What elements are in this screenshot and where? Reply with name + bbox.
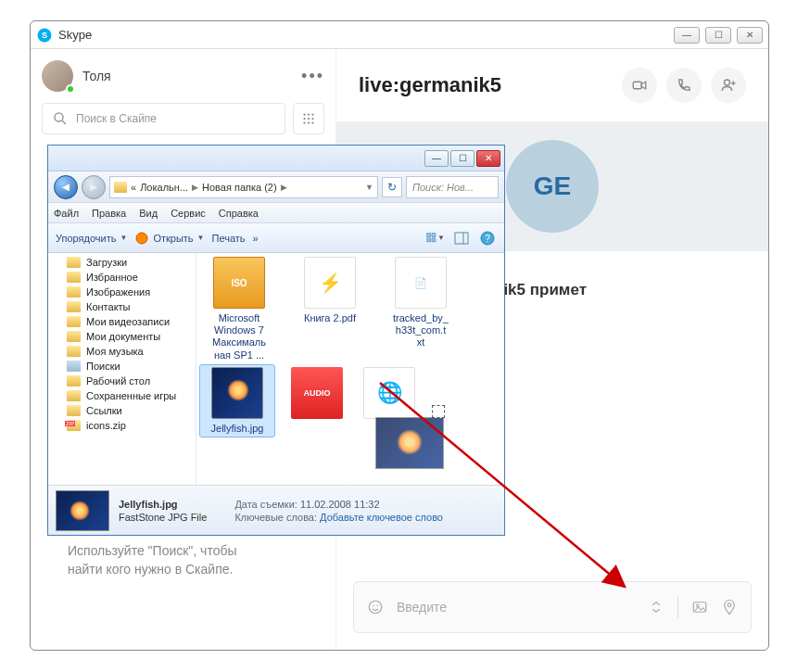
- nav-back-button[interactable]: ◄: [54, 175, 78, 199]
- file-grid[interactable]: ISO MicrosoftWindows 7Максимальная SP1 .…: [196, 253, 504, 485]
- profile-name[interactable]: Толя: [82, 69, 111, 83]
- svg-point-14: [725, 80, 730, 85]
- svg-point-21: [696, 604, 699, 607]
- toolbar-more[interactable]: »: [253, 233, 259, 244]
- status-dot-icon: [66, 84, 75, 94]
- print-button[interactable]: Печать: [212, 233, 246, 244]
- open-button[interactable]: Открыть ▼: [134, 231, 204, 246]
- video-icon: [631, 77, 648, 94]
- audio-icon: AUDIO: [291, 367, 343, 419]
- image-attach-icon[interactable]: [691, 599, 708, 615]
- add-person-icon: [720, 77, 737, 94]
- svg-point-19: [377, 605, 379, 607]
- breadcrumb-part1[interactable]: Локальн...: [140, 182, 188, 193]
- folder-icon: [67, 301, 81, 312]
- explorer-search-input[interactable]: Поиск: Нов...: [406, 176, 499, 198]
- tree-item[interactable]: Избранное: [48, 270, 196, 285]
- file-item-selected[interactable]: Jellyfish.jpg: [200, 365, 274, 437]
- file-item[interactable]: ISO MicrosoftWindows 7Максимальная SP1 .…: [202, 257, 276, 361]
- tree-item[interactable]: Ссылки: [48, 403, 196, 418]
- nav-forward-button[interactable]: ►: [82, 175, 106, 199]
- close-button[interactable]: ✕: [737, 27, 763, 44]
- explorer-titlebar[interactable]: — ☐ ✕: [48, 146, 504, 171]
- file-item[interactable]: AUDIO: [289, 367, 345, 435]
- detail-filetype: FastStone JPG File: [119, 512, 207, 523]
- menu-view[interactable]: Вид: [139, 208, 158, 219]
- pane-icon: [454, 231, 469, 246]
- address-bar[interactable]: « Локальн... ▶ Новая папка (2) ▶ ▼: [109, 176, 378, 198]
- svg-point-22: [727, 603, 731, 607]
- folder-icon: [67, 257, 81, 268]
- tree-item[interactable]: Рабочий стол: [48, 374, 196, 388]
- organize-button[interactable]: Упорядочить ▼: [56, 233, 127, 244]
- menu-tools[interactable]: Сервис: [171, 208, 206, 219]
- tree-item[interactable]: Сохраненные игры: [48, 388, 196, 403]
- add-contact-button[interactable]: [711, 68, 746, 103]
- explorer-toolbar: Упорядочить ▼ Открыть ▼ Печать » ▼ ?: [48, 223, 504, 253]
- maximize-button[interactable]: ☐: [705, 27, 731, 44]
- keywords-value[interactable]: Добавьте ключевое слово: [320, 512, 443, 523]
- file-item[interactable]: 📄 tracked_by_h33t_com.txt: [384, 257, 458, 361]
- dialpad-button[interactable]: [293, 103, 324, 134]
- help-icon: ?: [480, 231, 495, 246]
- more-button[interactable]: •••: [301, 67, 324, 86]
- image-thumbnail: [211, 367, 263, 419]
- view-mode-button[interactable]: ▼: [426, 229, 445, 247]
- tree-item[interactable]: Изображения: [48, 285, 196, 299]
- phone-icon: [676, 77, 692, 94]
- svg-rect-26: [427, 238, 431, 242]
- video-call-button[interactable]: [622, 68, 657, 103]
- minimize-button[interactable]: —: [674, 27, 700, 44]
- svg-text:?: ?: [485, 234, 490, 244]
- txt-icon: 📄: [395, 257, 447, 309]
- explorer-maximize-button[interactable]: ☐: [450, 150, 474, 167]
- tree-item[interactable]: Контакты: [48, 299, 196, 314]
- svg-point-7: [303, 118, 305, 120]
- menu-help[interactable]: Справка: [219, 208, 259, 219]
- svg-point-4: [303, 113, 305, 115]
- explorer-close-button[interactable]: ✕: [476, 150, 500, 167]
- explorer-minimize-button[interactable]: —: [424, 150, 449, 167]
- search-placeholder: Поиск в Скайпе: [76, 112, 157, 125]
- help-button[interactable]: ?: [478, 229, 497, 247]
- date-taken-value: 11.02.2008 11:32: [300, 499, 380, 510]
- folder-icon: [67, 390, 81, 401]
- explorer-window: — ☐ ✕ ◄ ► « Локальн... ▶ Новая папка (2)…: [47, 145, 505, 536]
- tree-item[interactable]: Поиски: [48, 359, 196, 374]
- tree-item[interactable]: Мои видеозаписи: [48, 314, 196, 329]
- profile-avatar[interactable]: [42, 60, 73, 92]
- svg-text:S: S: [42, 31, 47, 40]
- emoji-icon[interactable]: [367, 599, 384, 615]
- skype-logo-icon: S: [36, 27, 53, 44]
- svg-point-8: [308, 118, 310, 120]
- explorer-menubar: Файл Правка Вид Сервис Справка: [48, 203, 504, 223]
- message-input[interactable]: Введите: [353, 581, 752, 633]
- svg-point-11: [308, 121, 310, 123]
- keywords-label: Ключевые слова:: [234, 512, 317, 523]
- detail-pane: Jellyfish.jpg FastStone JPG File Дата съ…: [48, 485, 504, 535]
- chevron-down-icon[interactable]: ▼: [365, 183, 373, 192]
- search-input[interactable]: Поиск в Скайпе: [42, 103, 285, 134]
- tree-item[interactable]: Моя музыка: [48, 344, 196, 359]
- refresh-button[interactable]: ↻: [382, 177, 402, 197]
- file-item[interactable]: ⚡ Книга 2.pdf: [293, 257, 367, 361]
- tree-item[interactable]: Мои документы: [48, 329, 196, 344]
- separator: [677, 596, 678, 618]
- folder-icon: [67, 331, 81, 342]
- expand-icon[interactable]: [648, 599, 664, 615]
- chevron-right-icon[interactable]: ▶: [192, 183, 198, 192]
- audio-call-button[interactable]: [666, 68, 702, 103]
- menu-file[interactable]: Файл: [54, 208, 79, 219]
- folder-tree[interactable]: Загрузки Избранное Изображения Контакты …: [48, 253, 196, 485]
- chevron-right-icon[interactable]: ▶: [281, 183, 287, 192]
- zip-icon: [67, 420, 81, 431]
- breadcrumb-part2[interactable]: Новая папка (2): [202, 182, 277, 193]
- tree-item[interactable]: Загрузки: [48, 255, 196, 270]
- svg-point-10: [303, 121, 305, 123]
- menu-edit[interactable]: Правка: [92, 208, 126, 219]
- preview-pane-button[interactable]: [452, 229, 471, 247]
- tree-item[interactable]: icons.zip: [48, 418, 196, 433]
- folder-icon: [67, 346, 81, 357]
- svg-rect-25: [432, 233, 436, 236]
- location-icon[interactable]: [721, 599, 738, 615]
